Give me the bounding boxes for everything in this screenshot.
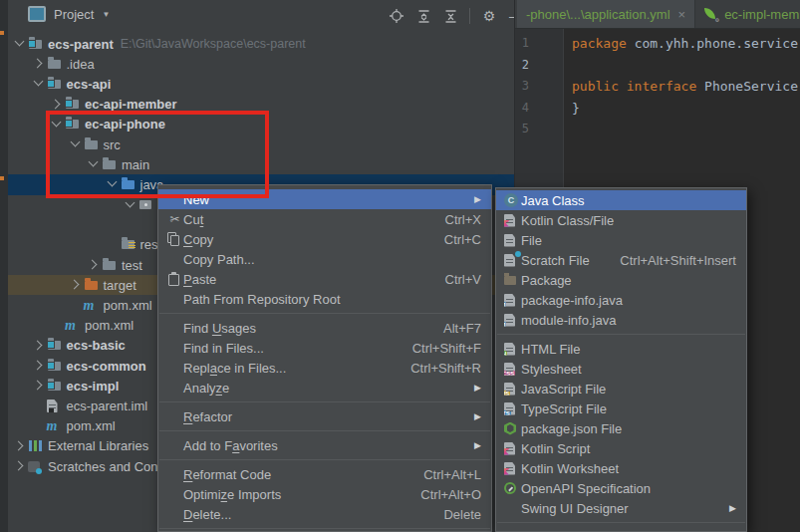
menu-item-package-json-file[interactable]: package.json File (496, 418, 746, 438)
menu-item-new[interactable]: New▶ (158, 189, 491, 209)
locate-file-icon[interactable] (389, 8, 404, 24)
menu-item-kotlin-class-file[interactable]: Kotlin Class/File (496, 210, 746, 230)
file-icon (504, 232, 521, 248)
chevron-down-icon[interactable] (105, 176, 121, 192)
menu-item-analyze[interactable]: Analyze▶ (158, 378, 491, 398)
menu-item-label: Kotlin Class/File (521, 213, 614, 228)
menu-item-copy-path[interactable]: Copy Path... (158, 249, 491, 269)
chevron-right-icon[interactable] (12, 458, 28, 474)
menu-item-label: HTML File (521, 342, 580, 357)
menu-shortcut: Ctrl+Alt+O (420, 487, 481, 502)
tree-row-src[interactable]: src (8, 134, 515, 154)
tab-label: ec-impl-memb (724, 7, 800, 22)
chevron-right-icon[interactable] (31, 378, 47, 394)
menu-item-reformat-code[interactable]: Reformat CodeCtrl+Alt+L (158, 464, 491, 484)
menu-item-typescript-file[interactable]: TSTypeScript File (496, 399, 746, 418)
menu-item-label: Package (521, 273, 572, 288)
chevron-down-icon: ▼ (102, 10, 110, 19)
menu-item-java-class[interactable]: CJava Class (496, 190, 746, 210)
editor-tab-phone-application-yml[interactable]: -phone\...\application.yml× (517, 0, 695, 28)
menu-item-copy[interactable]: CopyCtrl+C (158, 229, 491, 249)
code-line: package com.yhh.phone.service; (572, 33, 800, 55)
menu-item-label: Kotlin Worksheet (521, 461, 619, 476)
gear-icon[interactable]: ⚙ (481, 8, 497, 24)
folder-icon (102, 257, 120, 273)
tree-row-idea[interactable]: .idea (8, 54, 515, 74)
submenu-arrow-icon: ▶ (474, 383, 481, 393)
menu-item-kotlin-script[interactable]: Kotlin Script (496, 438, 746, 458)
code-line: public interface PhoneService { (572, 76, 800, 98)
menu-item-kotlin-worksheet[interactable]: Kotlin Worksheet (496, 458, 746, 478)
menu-item-file[interactable]: File (496, 230, 746, 250)
submenu-arrow-icon: ▶ (474, 411, 481, 421)
menu-item-find-in-files[interactable]: Find in Files...Ctrl+Shift+F (158, 338, 491, 358)
chevron-right-icon[interactable] (31, 338, 47, 354)
menu-item-openapi-specification[interactable]: OpenAPI Specification (496, 478, 746, 498)
menu-item-label: Refactor (183, 409, 232, 424)
menu-item-label: OpenAPI Specification (521, 481, 651, 496)
menu-item-label: Optimize Imports (183, 487, 281, 502)
close-tab-icon[interactable]: × (678, 7, 686, 22)
ide-window: Project ▼ (0, 0, 800, 532)
module-icon (65, 117, 83, 133)
menu-item-javascript-file[interactable]: JSJavaScript File (496, 379, 746, 399)
editor-tab-bar: -phone\...\application.yml×⚙ec-impl-memb (515, 0, 800, 29)
chevron-right-icon[interactable] (49, 97, 65, 113)
module-icon (28, 36, 46, 52)
chevron-right-icon[interactable] (86, 257, 102, 273)
menu-item-find-usages[interactable]: Find UsagesAlt+F7 (158, 318, 491, 338)
chevron-down-icon[interactable] (68, 136, 84, 152)
blank-icon (166, 380, 183, 396)
menu-item-module-info-java[interactable]: Jmodule-info.java (496, 310, 746, 330)
menu-item-refactor[interactable]: Refactor▶ (158, 406, 491, 426)
chevron-down-icon[interactable] (12, 36, 28, 52)
context-menu: New▶✂CutCtrl+XCopyCtrl+CCopy Path...Past… (157, 184, 492, 532)
html-icon: H (504, 341, 521, 357)
menu-item-package[interactable]: Package (496, 270, 746, 290)
menu-item-label: Paste (183, 272, 216, 287)
menu-item-scratch-file[interactable]: Scratch FileCtrl+Alt+Shift+Insert (496, 250, 746, 270)
menu-item-swing-ui-designer[interactable]: Swing UI Designer▶ (496, 498, 746, 518)
tree-item-label: target (104, 278, 136, 293)
project-view-selector[interactable]: Project ▼ (28, 6, 110, 22)
chevron-down-icon[interactable] (123, 197, 138, 213)
tree-row-ecs-parent[interactable]: ecs-parentE:\Git\JavaWorkspace\ecs-paren… (8, 34, 515, 54)
menu-item-cut[interactable]: ✂CutCtrl+X (158, 209, 491, 229)
chevron-right-icon[interactable] (12, 438, 28, 454)
tree-row-main[interactable]: main (8, 154, 515, 174)
tree-row-ec-api-phone[interactable]: ec-api-phone (8, 115, 515, 134)
chevron-down-icon[interactable] (86, 156, 102, 172)
menu-item-path-from-repository-root[interactable]: Path From Repository Root (158, 289, 491, 309)
tree-row-ec-api-member[interactable]: ec-api-member (8, 95, 515, 115)
blank-icon (166, 408, 183, 424)
chevron-right-icon[interactable] (31, 56, 47, 72)
kotlin-icon (504, 460, 521, 476)
line-number: 2 (515, 55, 529, 77)
tree-item-label: pom.xml (85, 318, 133, 333)
chevron-down-icon[interactable] (31, 76, 47, 92)
tree-row-ecs-api[interactable]: ecs-api (8, 74, 515, 94)
chevron-right-icon[interactable] (68, 277, 84, 293)
menu-separator (497, 334, 745, 335)
menu-item-label: Add to Favorites (183, 438, 278, 453)
java-file-icon: J (504, 292, 521, 308)
menu-item-html-file[interactable]: HHTML File (496, 339, 746, 359)
menu-item-editorconfig-file[interactable]: ⚙EditorConfig File (496, 527, 746, 532)
menu-item-optimize-imports[interactable]: Optimize ImportsCtrl+Alt+O (158, 484, 491, 504)
chevron-down-icon[interactable] (49, 117, 65, 133)
chevron-right-icon[interactable] (31, 358, 47, 374)
paste-icon (166, 271, 183, 287)
new-submenu: CJava ClassKotlin Class/FileFileScratch … (495, 187, 747, 532)
menu-item-delete[interactable]: Delete...Delete (158, 504, 491, 524)
menu-item-replace-in-files[interactable]: Replace in Files...Ctrl+Shift+R (158, 358, 491, 378)
tree-item-label: ecs-parent.iml (67, 399, 148, 413)
menu-item-package-info-java[interactable]: Jpackage-info.java (496, 290, 746, 310)
collapse-all-icon[interactable] (442, 8, 458, 24)
expand-all-icon[interactable] (415, 8, 431, 24)
editor-tab-ec-impl-memb[interactable]: ⚙ec-impl-memb (695, 0, 800, 28)
tree-item-label: External Libraries (48, 438, 148, 453)
menu-item-stylesheet[interactable]: CSSStylesheet (496, 359, 746, 379)
menu-item-paste[interactable]: PasteCtrl+V (158, 269, 491, 289)
menu-item-add-to-favorites[interactable]: Add to Favorites▶ (158, 435, 491, 455)
tree-item-label: pom.xml (67, 418, 116, 433)
